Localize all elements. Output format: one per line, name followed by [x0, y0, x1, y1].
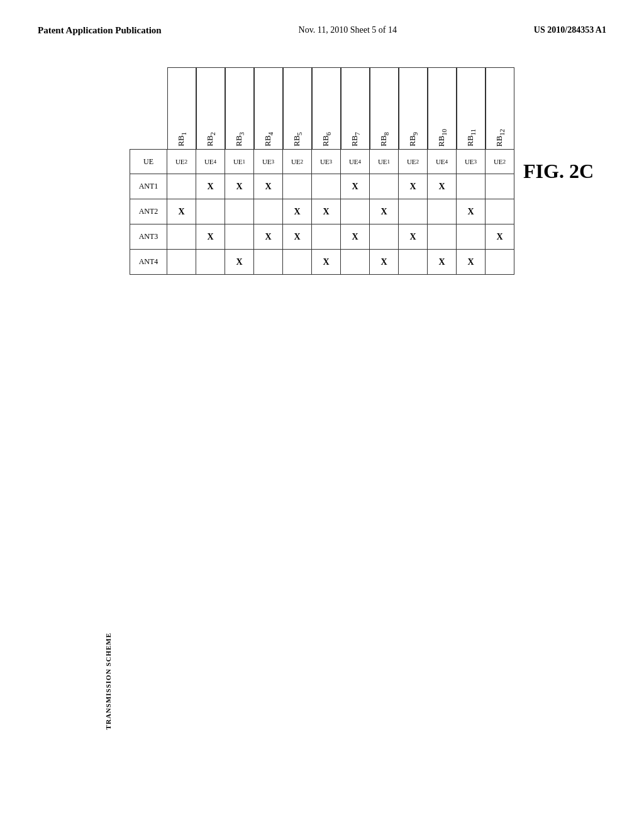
col-header-rb5: RB5 — [283, 67, 312, 149]
cell-ant3-rb8 — [370, 224, 399, 250]
cell-ant4-rb1 — [167, 250, 196, 275]
column-headers-row: RB1RB2RB3RB4RB5RB6RB7RB8RB9RB10RB11RB12 — [130, 67, 514, 149]
cell-ant4-rb12 — [486, 250, 514, 275]
ue-cell-5: UE3 — [312, 149, 341, 174]
col-header-rb2: RB2 — [196, 67, 225, 149]
figure-label: FIG. 2C — [523, 160, 594, 183]
cell-ant1-rb11 — [457, 174, 486, 199]
cell-ant1-rb1 — [167, 174, 196, 199]
cell-ant4-rb2 — [196, 250, 225, 275]
row-label-ant3: ANT3 — [130, 224, 167, 250]
cell-ant2-rb6: X — [312, 199, 341, 224]
cell-ant2-rb5: X — [283, 199, 312, 224]
cell-ant2-rb7 — [341, 199, 370, 224]
ue-cell-4: UE2 — [283, 149, 312, 174]
cell-ant2-rb3 — [225, 199, 254, 224]
col-header-rb9: RB9 — [399, 67, 428, 149]
cell-ant2-rb10 — [428, 199, 457, 224]
cell-ant1-rb2: X — [196, 174, 225, 199]
col-header-rb10: RB10 — [428, 67, 457, 149]
cell-ant1-rb6 — [312, 174, 341, 199]
row-label-ant2: ANT2 — [130, 199, 167, 224]
page-header: Patent Application Publication Nov. 11, … — [0, 0, 644, 48]
cell-ant3-rb10 — [428, 224, 457, 250]
cell-ant3-rb5: X — [283, 224, 312, 250]
col-header-rb7: RB7 — [341, 67, 370, 149]
cell-ant1-rb12 — [486, 174, 514, 199]
cell-ant2-rb8: X — [370, 199, 399, 224]
cell-ant2-rb1: X — [167, 199, 196, 224]
publication-number: US 2010/284353 A1 — [534, 25, 606, 35]
data-rows: ANT1XXXXXXANT2XXXXXANT3XXXXXXANT4XXXXX — [130, 174, 514, 275]
cell-ant4-rb6: X — [312, 250, 341, 275]
cell-ant4-rb3: X — [225, 250, 254, 275]
cell-ant3-rb3 — [225, 224, 254, 250]
cell-ant3-rb9: X — [399, 224, 428, 250]
ue-cell-10: UE3 — [457, 149, 486, 174]
row-label-ant4: ANT4 — [130, 250, 167, 275]
ue-cell-0: UE2 — [167, 149, 196, 174]
ue-cell-8: UE2 — [399, 149, 428, 174]
cell-ant3-rb12: X — [486, 224, 514, 250]
ue-values: UE2UE4UE1UE3UE2UE3UE4UE1UE2UE4UE3UE2 — [167, 149, 514, 174]
ue-cell-11: UE2 — [486, 149, 514, 174]
ue-cell-6: UE4 — [341, 149, 370, 174]
col-header-rb6: RB6 — [312, 67, 341, 149]
col-header-rb11: RB11 — [457, 67, 486, 149]
cell-ant1-rb3: X — [225, 174, 254, 199]
publication-title: Patent Application Publication — [38, 25, 162, 36]
cell-ant4-rb8: X — [370, 250, 399, 275]
rb-headers: RB1RB2RB3RB4RB5RB6RB7RB8RB9RB10RB11RB12 — [167, 67, 514, 149]
cell-ant1-rb5 — [283, 174, 312, 199]
col-header-rb4: RB4 — [254, 67, 283, 149]
spacer-top-left — [130, 67, 167, 149]
ue-cell-7: UE1 — [370, 149, 399, 174]
cell-ant4-rb4 — [254, 250, 283, 275]
ue-cell-2: UE1 — [225, 149, 254, 174]
data-row-ant2: ANT2XXXXX — [130, 199, 514, 224]
cell-ant3-rb7: X — [341, 224, 370, 250]
cell-ant2-rb12 — [486, 199, 514, 224]
data-row-ant3: ANT3XXXXXX — [130, 224, 514, 250]
cell-ant3-rb11 — [457, 224, 486, 250]
cell-ant4-rb11: X — [457, 250, 486, 275]
ue-label: UE — [130, 149, 167, 174]
cell-ant3-rb4: X — [254, 224, 283, 250]
cell-ant2-rb9 — [399, 199, 428, 224]
cell-ant3-rb2: X — [196, 224, 225, 250]
cell-ant1-rb8 — [370, 174, 399, 199]
main-content: RB1RB2RB3RB4RB5RB6RB7RB8RB9RB10RB11RB12 … — [0, 48, 644, 294]
ue-cell-3: UE3 — [254, 149, 283, 174]
col-header-rb12: RB12 — [486, 67, 514, 149]
cell-ant3-rb1 — [167, 224, 196, 250]
transmission-scheme-label: TRANSMISSION SCHEME — [104, 633, 113, 729]
cell-ant1-rb9: X — [399, 174, 428, 199]
ue-cell-1: UE4 — [196, 149, 225, 174]
data-row-ant4: ANT4XXXXX — [130, 250, 514, 275]
ue-subheader-row: UE UE2UE4UE1UE3UE2UE3UE4UE1UE2UE4UE3UE2 — [130, 149, 514, 174]
transmission-scheme-container: TRANSMISSION SCHEME — [104, 633, 113, 729]
cell-ant4-rb10: X — [428, 250, 457, 275]
cell-ant3-rb6 — [312, 224, 341, 250]
cell-ant4-rb5 — [283, 250, 312, 275]
publication-date-sheet: Nov. 11, 2010 Sheet 5 of 14 — [299, 25, 397, 35]
col-header-rb3: RB3 — [225, 67, 254, 149]
cell-ant2-rb11: X — [457, 199, 486, 224]
ue-cell-9: UE4 — [428, 149, 457, 174]
cell-ant4-rb9 — [399, 250, 428, 275]
table-container: RB1RB2RB3RB4RB5RB6RB7RB8RB9RB10RB11RB12 … — [130, 67, 514, 275]
cell-ant2-rb4 — [254, 199, 283, 224]
cell-ant1-rb10: X — [428, 174, 457, 199]
grid: RB1RB2RB3RB4RB5RB6RB7RB8RB9RB10RB11RB12 … — [130, 67, 514, 275]
cell-ant2-rb2 — [196, 199, 225, 224]
cell-ant4-rb7 — [341, 250, 370, 275]
cell-ant1-rb7: X — [341, 174, 370, 199]
data-row-ant1: ANT1XXXXXX — [130, 174, 514, 199]
col-header-rb1: RB1 — [167, 67, 196, 149]
cell-ant1-rb4: X — [254, 174, 283, 199]
row-label-ant1: ANT1 — [130, 174, 167, 199]
col-header-rb8: RB8 — [370, 67, 399, 149]
